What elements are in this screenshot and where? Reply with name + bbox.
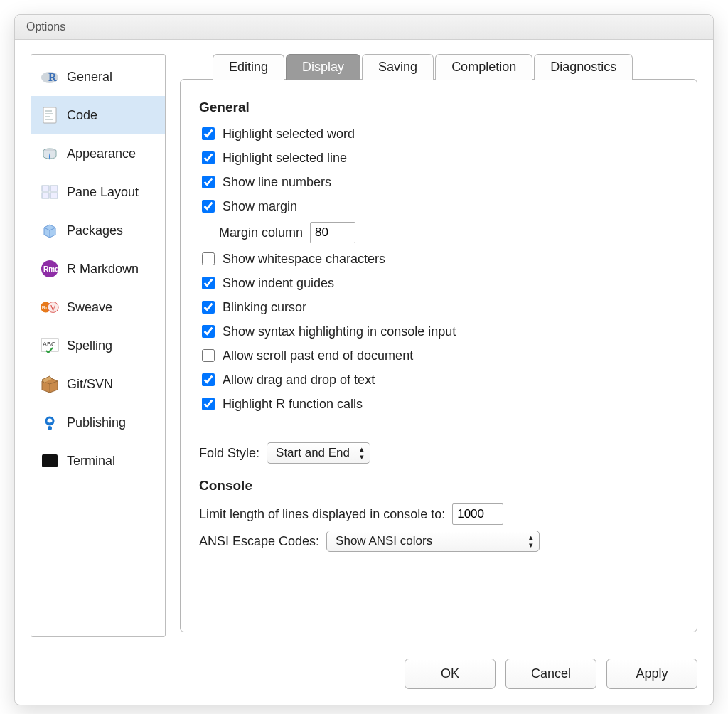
checkbox-highlight-selected-word[interactable] [202,127,215,140]
paint-bucket-icon [40,144,60,164]
tabstrip: Editing Display Saving Completion Diagno… [213,54,697,80]
checkbox-label: Allow drag and drop of text [223,373,375,388]
sidebar-item-general[interactable]: R General [31,58,165,96]
sidebar-item-label: Pane Layout [67,185,139,200]
fold-style-value: Start and End [276,446,350,460]
main-panel: Editing Display Saving Completion Diagno… [180,54,697,637]
svg-rect-21 [42,454,58,467]
tab-editing[interactable]: Editing [213,54,284,80]
tab-saving[interactable]: Saving [362,54,434,80]
opt-margin-column-row: Margin column [219,222,678,243]
sidebar-item-packages[interactable]: Packages [31,211,165,250]
checkbox-label: Highlight selected line [223,151,347,166]
sidebar-item-label: Spelling [67,339,112,353]
console-limit-row: Limit length of lines displayed in conso… [199,503,678,525]
ansi-value: Show ANSI colors [336,534,432,548]
console-limit-label: Limit length of lines displayed in conso… [199,507,445,522]
checkbox-scroll-past-end[interactable] [202,349,215,362]
sidebar-item-label: Publishing [67,415,126,430]
svg-rect-8 [42,186,49,191]
checkbox-label: Allow scroll past end of document [223,348,413,363]
checkbox-show-whitespace[interactable] [202,252,215,265]
sidebar-item-terminal[interactable]: Terminal [31,442,165,480]
fold-style-label: Fold Style: [199,446,259,461]
opt-syntax-console[interactable]: Show syntax highlighting in console inpu… [199,323,678,340]
svg-rect-10 [42,193,49,198]
opt-show-margin[interactable]: Show margin [199,198,678,215]
dropdown-caret-icon: ▴▾ [360,445,364,461]
console-limit-input[interactable] [452,503,503,525]
sidebar-item-spelling[interactable]: ABC Spelling [31,326,165,365]
checkbox-highlight-r-calls[interactable] [202,398,215,410]
opt-show-indent-guides[interactable]: Show indent guides [199,275,678,292]
pane-layout-icon [40,182,60,202]
cancel-button[interactable]: Cancel [505,659,596,689]
ok-button[interactable]: OK [405,659,496,689]
sidebar-item-appearance[interactable]: Appearance [31,134,165,173]
opt-scroll-past-end[interactable]: Allow scroll past end of document [199,347,678,364]
dialog-footer: OK Cancel Apply [15,649,713,705]
checkbox-show-line-numbers[interactable] [202,176,215,188]
checkbox-show-indent-guides[interactable] [202,277,215,289]
checkbox-label: Highlight selected word [223,127,355,142]
svg-text:Rmd: Rmd [43,265,59,273]
sidebar-item-sweave[interactable]: Rnw Sweave [31,288,165,326]
checkbox-syntax-console[interactable] [202,325,215,338]
margin-column-label: Margin column [219,225,303,240]
sidebar-item-git-svn[interactable]: Git/SVN [31,365,165,403]
ansi-select[interactable]: Show ANSI colors ▴▾ [326,531,540,552]
tab-diagnostics[interactable]: Diagnostics [534,54,633,80]
opt-highlight-r-calls[interactable]: Highlight R function calls [199,395,678,412]
sidebar-item-label: Code [67,108,97,123]
opt-blinking-cursor[interactable]: Blinking cursor [199,299,678,316]
sidebar-item-rmarkdown[interactable]: Rmd R Markdown [31,250,165,288]
options-dialog: Options R General Code Appearance [14,14,714,705]
sidebar-item-code[interactable]: Code [31,96,165,134]
spelling-icon: ABC [40,336,60,356]
sweave-icon: Rnw [40,297,60,317]
dropdown-caret-icon: ▴▾ [529,533,533,549]
publishing-icon [40,412,60,432]
checkbox-label: Show margin [223,199,297,214]
section-console-heading: Console [199,478,678,494]
svg-point-20 [48,426,52,430]
margin-column-input[interactable] [310,222,355,243]
checkbox-label: Show line numbers [223,175,331,190]
checkbox-drag-drop[interactable] [202,373,215,386]
opt-show-line-numbers[interactable]: Show line numbers [199,174,678,191]
checkbox-highlight-selected-line[interactable] [202,151,215,164]
section-general-heading: General [199,100,678,115]
opt-highlight-selected-line[interactable]: Highlight selected line [199,149,678,166]
sidebar-item-publishing[interactable]: Publishing [31,403,165,442]
r-logo-icon: R [40,67,60,87]
opt-highlight-selected-word[interactable]: Highlight selected word [199,125,678,142]
display-panel: General Highlight selected word Highligh… [180,79,697,632]
code-file-icon [40,105,60,125]
opt-show-whitespace[interactable]: Show whitespace characters [199,250,678,267]
dialog-body: R General Code Appearance P [15,40,713,649]
sidebar-item-label: Packages [67,223,123,238]
cardboard-box-icon [40,374,60,394]
fold-style-select[interactable]: Start and End ▴▾ [267,442,370,464]
fold-style-row: Fold Style: Start and End ▴▾ [199,442,678,464]
rmarkdown-icon: Rmd [40,259,60,279]
svg-text:R: R [48,71,57,83]
sidebar-item-label: Git/SVN [67,377,113,392]
apply-button[interactable]: Apply [606,659,697,689]
checkbox-blinking-cursor[interactable] [202,301,215,314]
terminal-icon [40,451,60,471]
svg-rect-11 [50,193,58,198]
svg-rect-2 [43,107,56,123]
checkbox-label: Highlight R function calls [223,397,363,412]
checkbox-label: Show whitespace characters [223,252,385,267]
sidebar-item-label: R Markdown [67,262,139,277]
checkbox-label: Show indent guides [223,276,334,291]
tab-display[interactable]: Display [286,54,360,80]
checkbox-label: Blinking cursor [223,300,306,315]
tab-completion[interactable]: Completion [435,54,532,80]
opt-drag-drop[interactable]: Allow drag and drop of text [199,371,678,388]
sidebar-item-pane-layout[interactable]: Pane Layout [31,173,165,211]
checkbox-show-margin[interactable] [202,200,215,213]
sidebar-item-label: Appearance [67,146,136,161]
package-box-icon [40,220,60,240]
